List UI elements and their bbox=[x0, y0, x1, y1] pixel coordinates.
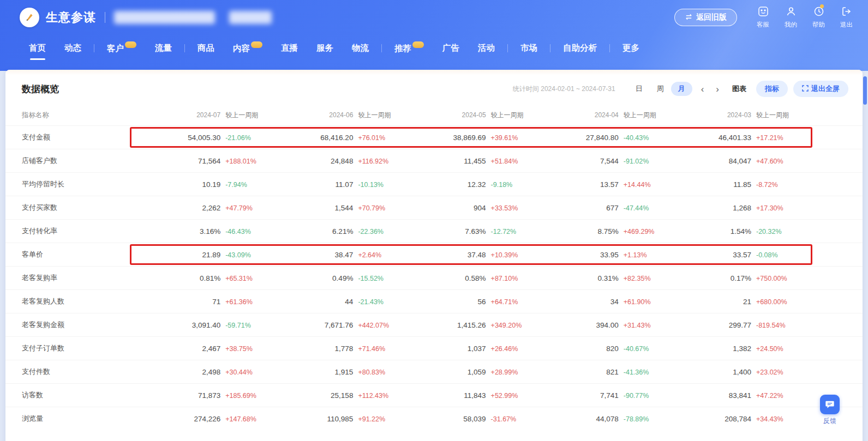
metric-cell: 677-47.44% bbox=[543, 204, 675, 212]
metric-cell: 2,498+30.44% bbox=[145, 368, 277, 376]
chat-bubble-icon bbox=[820, 395, 840, 414]
change-percent: -78.89% bbox=[624, 415, 675, 423]
change-percent: -22.36% bbox=[358, 228, 410, 235]
change-percent: +80.83% bbox=[358, 368, 410, 376]
metric-value: 0.31% bbox=[598, 274, 619, 282]
metric-cell: 21+680.00% bbox=[675, 298, 808, 306]
table-header-row: 指标名称2024-07较上一周期2024-06较上一周期2024-05较上一周期… bbox=[5, 105, 863, 125]
logout-quicklink[interactable]: 退出 bbox=[840, 6, 853, 29]
metric-value: 12.32 bbox=[468, 180, 486, 189]
nav-item-14[interactable]: 更多 bbox=[622, 43, 639, 54]
metric-cell: 56+64.71% bbox=[410, 298, 542, 306]
change-percent: +91.22% bbox=[358, 415, 410, 423]
nav-item-5[interactable]: 内容 bbox=[233, 41, 262, 55]
period-column-header: 2024-07较上一周期 bbox=[145, 111, 277, 120]
metric-cell: 71,564+188.01% bbox=[145, 157, 277, 165]
metric-cell: 46,401.33+17.21% bbox=[675, 134, 808, 142]
nav-item-10[interactable]: 广告 bbox=[442, 43, 459, 54]
nav-item-7[interactable]: 服务 bbox=[316, 43, 333, 54]
change-percent: +76.01% bbox=[358, 134, 410, 142]
back-to-old-version-button[interactable]: 返回旧版 bbox=[674, 9, 737, 26]
metric-value: 677 bbox=[606, 204, 619, 212]
shop-name-redacted bbox=[229, 11, 272, 24]
nav-item-12[interactable]: 市场 bbox=[520, 43, 537, 54]
nav-item-6[interactable]: 直播 bbox=[281, 43, 298, 54]
metric-value: 33.57 bbox=[733, 251, 751, 259]
metric-config-button[interactable]: 指标 bbox=[756, 81, 788, 97]
change-percent: -47.44% bbox=[624, 204, 675, 212]
user-quicklink[interactable]: 我的 bbox=[785, 6, 797, 29]
chevron-left-icon[interactable]: ‹ bbox=[698, 83, 708, 95]
page-title: 数据概览 bbox=[22, 83, 59, 95]
scrollbar-thumb[interactable] bbox=[863, 76, 867, 105]
hot-badge-icon bbox=[125, 41, 136, 48]
metric-cell: 1,037+26.46% bbox=[410, 345, 542, 353]
chart-view-button[interactable]: 图表 bbox=[732, 84, 746, 94]
table-row: 客单价21.89-43.09%38.47+2.64%37.48+10.39%33… bbox=[5, 243, 863, 266]
nav-item-1[interactable]: 动态 bbox=[64, 43, 81, 54]
nav-item-3[interactable]: 流量 bbox=[155, 43, 172, 54]
change-percent: +24.50% bbox=[756, 345, 808, 353]
change-percent: +87.10% bbox=[491, 275, 543, 282]
exit-fullscreen-button[interactable]: 退出全屏 bbox=[793, 81, 848, 97]
metric-name: 老客复购人数 bbox=[22, 297, 145, 306]
metric-cell: 820-40.67% bbox=[543, 345, 675, 353]
nav-item-11[interactable]: 活动 bbox=[478, 43, 495, 54]
granularity-2[interactable]: 月 bbox=[671, 82, 692, 96]
help-clock-quicklink[interactable]: 帮助 bbox=[812, 6, 825, 29]
data-overview-panel: 数据概览 统计时间 2024-02-01 ~ 2024-07-31 日周月 ‹ … bbox=[5, 70, 863, 441]
change-percent: -43.09% bbox=[225, 251, 277, 259]
granularity-1[interactable]: 周 bbox=[650, 82, 671, 96]
metric-value: 0.49% bbox=[332, 274, 353, 282]
metric-value: 1,059 bbox=[468, 368, 486, 376]
metric-value: 904 bbox=[474, 204, 486, 212]
metric-cell: 27,840.80-40.43% bbox=[543, 134, 675, 142]
metric-cell: 21.89-43.09% bbox=[145, 251, 277, 259]
granularity-0[interactable]: 日 bbox=[628, 82, 650, 96]
metric-value: 71 bbox=[212, 298, 220, 306]
change-percent: -41.36% bbox=[624, 368, 675, 376]
change-percent: +1.13% bbox=[624, 251, 675, 259]
nav-item-0[interactable]: 首页 bbox=[29, 43, 46, 54]
metric-name: 支付买家数 bbox=[22, 203, 145, 213]
change-percent: -90.77% bbox=[624, 392, 675, 400]
nav-item-4[interactable]: 商品 bbox=[197, 43, 214, 54]
change-percent: +23.02% bbox=[756, 368, 808, 376]
business-advisor-logo-icon bbox=[20, 8, 39, 27]
change-percent: +64.71% bbox=[491, 298, 543, 306]
change-percent: +2.64% bbox=[358, 251, 410, 259]
metric-value: 24,848 bbox=[331, 157, 353, 165]
metric-cell: 3,091.40-59.71% bbox=[145, 321, 277, 329]
chevron-right-icon[interactable]: › bbox=[713, 83, 722, 95]
nav-divider bbox=[507, 44, 508, 52]
table-row: 支付子订单数2,467+38.75%1,778+71.46%1,037+26.4… bbox=[5, 336, 863, 360]
metric-value: 1,400 bbox=[733, 368, 751, 376]
change-percent: -31.67% bbox=[491, 415, 543, 423]
metric-cell: 71+61.36% bbox=[145, 298, 277, 306]
metric-cell: 0.81%+65.31% bbox=[145, 274, 277, 282]
metric-cell: 10.19-7.94% bbox=[145, 180, 277, 189]
metric-name: 店铺客户数 bbox=[22, 156, 145, 166]
nav-item-2[interactable]: 客户 bbox=[107, 41, 136, 55]
change-percent: +34.43% bbox=[756, 415, 808, 423]
metric-cell: 71,873+185.69% bbox=[145, 391, 277, 400]
table-row: 老客复购率0.81%+65.31%0.49%-15.52%0.58%+87.10… bbox=[5, 266, 863, 289]
metric-value: 71,564 bbox=[198, 157, 220, 165]
brand-title: 生意参谋 bbox=[46, 9, 96, 26]
metric-name: 老客复购金额 bbox=[22, 320, 145, 330]
smiley-quicklink[interactable]: 客服 bbox=[757, 6, 769, 29]
table-row: 支付转化率3.16%-46.43%6.21%-22.36%7.63%-12.72… bbox=[5, 219, 863, 243]
feedback-button[interactable]: 反馈 bbox=[820, 395, 840, 426]
nav-item-8[interactable]: 物流 bbox=[352, 43, 369, 54]
metric-name: 支付金额 bbox=[22, 132, 145, 142]
metric-cell: 84,047+47.60% bbox=[675, 157, 808, 165]
change-percent: -20.32% bbox=[756, 228, 808, 235]
nav-item-9[interactable]: 推荐 bbox=[394, 41, 424, 55]
metric-value: 394.00 bbox=[596, 321, 619, 329]
metric-value: 6.21% bbox=[332, 227, 353, 235]
change-percent: +33.53% bbox=[491, 204, 543, 212]
change-percent: +61.36% bbox=[225, 298, 277, 306]
metric-cell: 1.54%-20.32% bbox=[675, 227, 808, 235]
nav-item-13[interactable]: 自助分析 bbox=[563, 43, 597, 54]
metric-value: 8.75% bbox=[598, 227, 619, 235]
